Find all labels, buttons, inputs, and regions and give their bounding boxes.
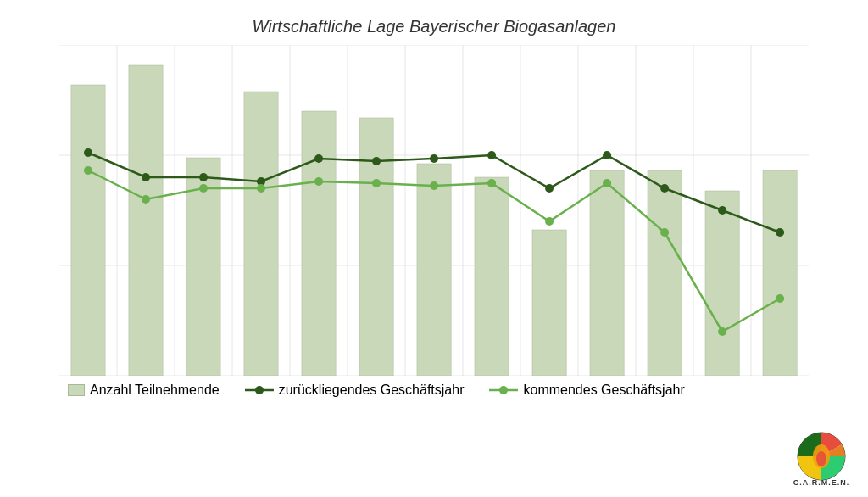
light-dot-2014 bbox=[199, 184, 208, 193]
light-dot-2023 bbox=[718, 327, 726, 336]
legend-dark-item: zurückliegendes Geschäftsjahr bbox=[245, 383, 465, 398]
chart-container: Wirtschaftliche Lage Bayerischer Biogasa… bbox=[0, 0, 868, 497]
svg-point-19 bbox=[499, 386, 508, 394]
bar-2012 bbox=[71, 85, 105, 376]
light-dot-2022 bbox=[660, 228, 669, 237]
dark-dot-2018 bbox=[430, 154, 438, 163]
light-dot-2024 bbox=[776, 294, 784, 303]
light-dot-2021 bbox=[603, 179, 611, 187]
light-dot-2017 bbox=[372, 179, 381, 187]
legend-light-item: kommendes Geschäftsjahr bbox=[489, 383, 684, 398]
carmen-text: C.A.R.M.E.N. bbox=[793, 478, 850, 487]
dark-dot-2020 bbox=[545, 184, 554, 193]
bar-2021 bbox=[590, 170, 624, 376]
light-dot-2012 bbox=[84, 166, 92, 175]
bar-2015 bbox=[244, 92, 278, 376]
legend-bar-label: Anzahl Teilnehmende bbox=[90, 383, 220, 398]
bar-2018 bbox=[417, 164, 451, 376]
bar-2022 bbox=[648, 170, 682, 376]
dark-dot-2019 bbox=[487, 151, 496, 159]
light-dot-2013 bbox=[142, 195, 150, 204]
legend-light-line-icon bbox=[489, 384, 518, 396]
dark-dot-2012 bbox=[84, 148, 92, 157]
bar-2020 bbox=[532, 230, 566, 376]
main-chart-svg: 2012 2013 2014 2015 2016 2017 2018 2019 … bbox=[59, 45, 809, 376]
legend: Anzahl Teilnehmende zurückliegendes Gesc… bbox=[59, 383, 809, 398]
chart-area: 2012 2013 2014 2015 2016 2017 2018 2019 … bbox=[59, 45, 809, 376]
dark-dot-2014 bbox=[199, 173, 208, 181]
dark-dot-2016 bbox=[314, 154, 323, 163]
light-dot-2018 bbox=[430, 181, 438, 190]
light-dot-2016 bbox=[314, 177, 323, 186]
chart-title: Wirtschaftliche Lage Bayerischer Biogasa… bbox=[59, 17, 809, 36]
dark-dot-2024 bbox=[776, 228, 784, 237]
dark-dot-2023 bbox=[718, 206, 726, 215]
legend-dark-label: zurückliegendes Geschäftsjahr bbox=[279, 383, 465, 398]
legend-dark-line-icon bbox=[245, 384, 274, 396]
carmen-logo: C.A.R.M.E.N. bbox=[783, 429, 860, 489]
dark-dot-2021 bbox=[603, 151, 611, 159]
dark-dot-2013 bbox=[142, 173, 150, 181]
dark-dot-2022 bbox=[660, 184, 669, 193]
svg-point-22 bbox=[816, 451, 826, 466]
bar-2013 bbox=[129, 65, 163, 376]
bar-2023 bbox=[705, 191, 739, 376]
legend-bar-item: Anzahl Teilnehmende bbox=[68, 383, 220, 398]
legend-bar-swatch bbox=[68, 384, 85, 396]
bar-2017 bbox=[359, 118, 393, 376]
bar-2016 bbox=[302, 111, 336, 376]
light-dot-2020 bbox=[545, 217, 554, 226]
light-dot-2019 bbox=[487, 179, 496, 187]
bar-2019 bbox=[475, 177, 509, 376]
bar-2024 bbox=[763, 170, 797, 376]
light-dot-2015 bbox=[257, 184, 265, 193]
legend-light-label: kommendes Geschäftsjahr bbox=[523, 383, 684, 398]
dark-dot-2017 bbox=[372, 157, 381, 165]
svg-point-17 bbox=[255, 386, 264, 394]
